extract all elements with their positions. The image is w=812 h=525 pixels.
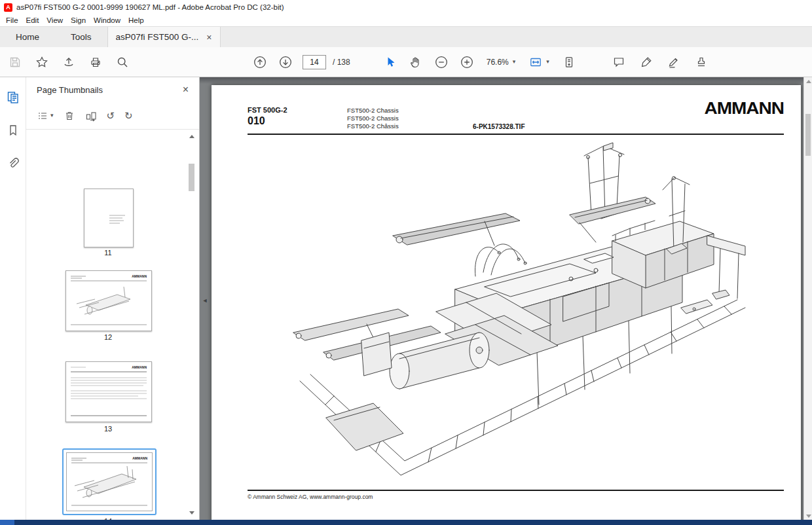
rotate-counterclockwise-button[interactable]: ↺ <box>107 111 115 120</box>
delete-pages-button[interactable] <box>64 110 75 122</box>
select-arrow-icon <box>384 56 397 69</box>
document-scrollbar-thumb[interactable] <box>805 114 811 156</box>
bookmarks-panel-button[interactable] <box>5 122 22 139</box>
thumbnail-options-button[interactable]: ▾ <box>37 110 54 122</box>
thumbnail-page-13[interactable]: AMMANN <box>65 361 152 422</box>
print-icon <box>89 56 102 69</box>
search-button[interactable] <box>114 54 131 71</box>
comment-button[interactable] <box>610 54 627 71</box>
menu-file[interactable]: File <box>5 16 25 24</box>
menubar: File Edit View Sign Window Help <box>0 14 812 26</box>
menu-view[interactable]: View <box>45 16 69 24</box>
menu-window[interactable]: Window <box>92 16 127 24</box>
scroll-up-arrow[interactable] <box>187 132 196 141</box>
page-total-label: / 138 <box>333 58 350 67</box>
tab-home-label: Home <box>16 32 39 42</box>
thumbnail-13-preview: AMMANN <box>66 362 151 422</box>
window-title: asP07fi FST500 G-2 0001-9999 190627 ML.p… <box>16 3 284 11</box>
menu-edit[interactable]: Edit <box>25 16 46 24</box>
rotate-cw-icon: ↻ <box>124 111 133 120</box>
zoom-out-icon <box>434 55 449 69</box>
panel-collapse-handle[interactable]: ◄ <box>200 292 210 309</box>
next-page-button[interactable] <box>277 54 294 71</box>
print-button[interactable] <box>87 54 104 71</box>
resize-thumbnails-button[interactable] <box>85 110 97 122</box>
thumbnail-page-11[interactable] <box>84 189 134 247</box>
panel-header: Page Thumbnails × <box>26 77 199 102</box>
page-thumbnails-icon <box>6 90 20 105</box>
rotate-clockwise-button[interactable]: ↻ <box>124 111 133 120</box>
chassis-technical-drawing <box>288 137 747 488</box>
chevron-down-icon: ▾ <box>50 113 54 118</box>
fill-sign-button[interactable] <box>665 54 682 71</box>
tab-document[interactable]: asP07fi FST500 G-... × <box>107 27 221 47</box>
menu-sign[interactable]: Sign <box>69 16 92 24</box>
titlebar: A asP07fi FST500 G-2 0001-9999 190627 ML… <box>0 0 812 14</box>
menu-help[interactable]: Help <box>127 16 151 24</box>
tabbar: Home Tools asP07fi FST500 G-... × <box>0 26 812 47</box>
stamp-icon <box>695 56 708 69</box>
page-scrolling-icon <box>563 56 576 69</box>
save-icon <box>9 56 22 69</box>
page-fit-dropdown[interactable]: ▾ <box>526 53 552 71</box>
panel-close-icon[interactable]: × <box>183 84 189 96</box>
hand-tool-button[interactable] <box>407 54 424 71</box>
pdf-page: FST 500G-2 010 FST500-2 Chassis FST500-2… <box>212 85 801 520</box>
taskbar-accent <box>0 520 14 525</box>
document-area: ◄ FST 500G-2 010 FST500-2 Chassis FST500… <box>200 77 812 520</box>
fit-width-icon <box>529 56 542 69</box>
acrobat-window: A asP07fi FST500 G-2 0001-9999 190627 ML… <box>0 0 812 525</box>
highlighter-icon <box>640 56 653 69</box>
tab-home[interactable]: Home <box>0 27 55 47</box>
comment-bubble-icon <box>612 56 625 69</box>
workspace: Page Thumbnails × ▾ ↺ ↻ <box>0 77 812 520</box>
windows-taskbar-edge <box>0 520 812 525</box>
page-scrolling-button[interactable] <box>561 54 578 71</box>
thumbnail-page-14[interactable]: AMMANN <box>66 452 153 511</box>
page-desc-fr: FST500-2 Châssis <box>347 122 399 130</box>
zoom-level-dropdown[interactable]: 76.6% ▾ <box>484 55 519 69</box>
page-desc-de: FST500-2 Chassis <box>347 115 399 122</box>
svg-text:AMMANN: AMMANN <box>132 365 147 369</box>
paperclip-icon <box>7 156 20 170</box>
panel-scrollbar <box>187 132 196 517</box>
acrobat-logo-icon: A <box>4 3 12 12</box>
thumbnail-14-preview: AMMANN <box>67 453 152 511</box>
doc-scroll-down-arrow[interactable] <box>804 512 812 520</box>
collapse-left-icon: ◄ <box>202 297 208 304</box>
zoom-in-button[interactable] <box>458 54 475 71</box>
page-thumbnails-panel-button[interactable] <box>5 89 22 106</box>
search-icon <box>116 56 129 69</box>
page-number-input[interactable] <box>303 55 326 69</box>
previous-page-button[interactable] <box>251 54 268 71</box>
hand-tool-icon <box>409 56 422 69</box>
panel-scrollbar-thumb[interactable] <box>189 164 194 191</box>
main-toolbar: / 138 76.6% ▾ ▾ <box>0 47 812 77</box>
thumbnail-page-12[interactable]: AMMANN <box>65 270 152 331</box>
stamp-button[interactable] <box>693 54 710 71</box>
tab-tools[interactable]: Tools <box>55 27 107 47</box>
chevron-down-icon: ▾ <box>513 59 516 65</box>
thumbnail-12-number: 12 <box>62 333 154 341</box>
scroll-down-arrow[interactable] <box>187 509 196 517</box>
thumbnail-13-number: 13 <box>62 425 154 433</box>
tab-tools-label: Tools <box>71 32 92 42</box>
zoom-in-icon <box>460 55 474 69</box>
share-button[interactable] <box>60 54 77 71</box>
thumbnail-page-14-selected[interactable]: AMMANN <box>62 448 157 515</box>
thumbnail-12-preview: AMMANN <box>66 271 151 331</box>
doc-scroll-up-arrow[interactable] <box>804 77 812 85</box>
attachments-panel-button[interactable] <box>5 154 22 172</box>
page-code-label: 010 <box>248 115 265 127</box>
select-tool-button[interactable] <box>382 54 399 71</box>
zoom-out-button[interactable] <box>433 54 450 71</box>
footer-rule <box>248 490 784 491</box>
header-rule <box>248 134 784 135</box>
save-button[interactable] <box>7 54 24 71</box>
thumbnail-11-number: 11 <box>62 249 154 257</box>
page-desc-en: FST500-2 Chassis <box>347 107 399 114</box>
star-button[interactable] <box>33 54 50 71</box>
tab-close-icon[interactable]: × <box>206 33 212 42</box>
highlight-button[interactable] <box>638 54 655 71</box>
toolbar-shadow <box>200 77 812 84</box>
